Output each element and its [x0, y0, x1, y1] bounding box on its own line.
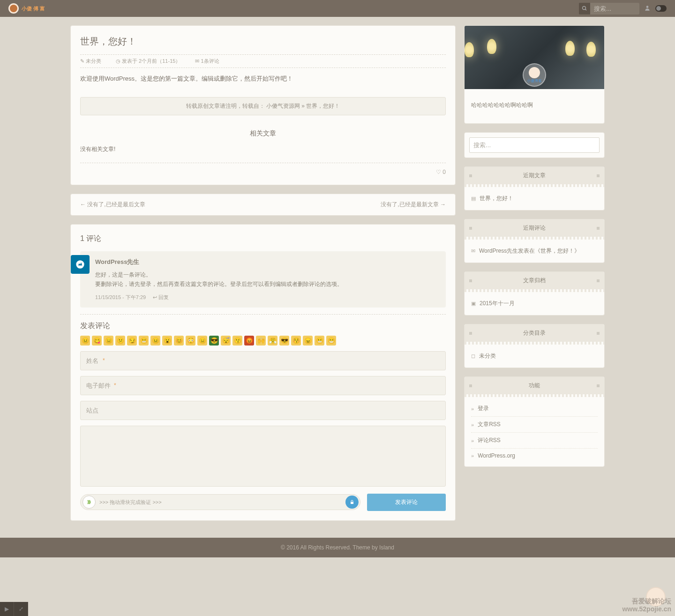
widget-title: 功能	[465, 377, 604, 394]
widget-item[interactable]: »评论RSS	[471, 433, 598, 449]
emoji-btn[interactable]: 😡	[244, 336, 254, 346]
emoji-btn[interactable]: 😚	[291, 336, 301, 346]
archives-widget: 文章归档 ▣ 2015年十一月	[464, 271, 605, 316]
comment-text: 您好，这是一条评论。 要删除评论，请先登录，然后再查看这篇文章的评论。登录后您可…	[95, 270, 439, 289]
emoji-btn[interactable]: 😮	[162, 336, 172, 346]
emoji-btn[interactable]: 😎	[209, 336, 219, 346]
category-icon: ✎	[80, 58, 84, 64]
emoji-btn[interactable]: 😳	[186, 336, 195, 346]
footer-text: © 2016 All Rights Reserved. Theme by Isl…	[281, 544, 394, 551]
comment-textarea[interactable]	[80, 426, 446, 487]
theme-toggle[interactable]	[655, 5, 667, 12]
emoji-btn[interactable]: 😑	[197, 336, 207, 346]
bookmark-icon: ◻	[471, 353, 475, 359]
heart-icon[interactable]: ♡	[436, 169, 441, 175]
email-field[interactable]	[80, 376, 446, 395]
widget-item-text: 未分类	[479, 352, 496, 360]
svg-point-2	[646, 6, 649, 8]
widget-item-text: 登录	[478, 405, 489, 413]
widget-item[interactable]: ▣ 2015年十一月	[471, 296, 598, 311]
comment-line2: 要删除评论，请先登录，然后再查看这篇文章的评论。登录后您可以看到编辑或者删除评论…	[95, 281, 343, 287]
name-field[interactable]	[80, 351, 446, 370]
widget-title: 分类目录	[465, 324, 604, 342]
like-row: ♡ 0	[80, 163, 446, 175]
emoji-btn[interactable]: 😬	[139, 336, 149, 346]
arrow-left-icon: ←	[80, 201, 86, 208]
emoji-btn[interactable]: 😐	[80, 336, 90, 346]
lock-icon	[345, 496, 359, 509]
widget-item[interactable]: ▤ 世界，您好！	[471, 191, 598, 206]
site-field[interactable]	[80, 401, 446, 420]
widget-item-text: 世界，您好！	[480, 195, 513, 203]
svg-line-1	[585, 9, 587, 11]
search-input[interactable]	[590, 3, 639, 15]
profile-logo: 小傻博客	[523, 63, 546, 87]
next-post-text: 没有了,已经是最新文章	[381, 201, 438, 208]
comments-section: 1 评论 WordPress先生 您好，这是一条评论。 要删除评论，请先登录，然…	[70, 224, 456, 521]
clock-icon: ◷	[116, 58, 120, 64]
widget-item[interactable]: ◻ 未分类	[471, 348, 598, 364]
related-heading: 相关文章	[80, 129, 446, 138]
meta-published: 发表于 2个月前（11-15）	[122, 58, 180, 64]
article-card: 世界，您好！ ✎未分类 ◷发表于 2个月前（11-15） ✉1条评论 欢迎使用W…	[70, 25, 456, 185]
emoji-btn[interactable]: 🙌	[256, 336, 266, 346]
widget-item-text: 文章RSS	[478, 421, 501, 428]
prev-post-link[interactable]: ← 没有了,已经是最后文章	[80, 201, 145, 209]
emoji-btn[interactable]: 😴	[221, 336, 231, 346]
arrow-right-icon: →	[440, 201, 446, 208]
chevron-right-icon: »	[471, 422, 474, 428]
emoji-btn[interactable]: 😑	[104, 336, 113, 346]
article-title: 世界，您好！	[80, 35, 446, 48]
sidebar-search-input[interactable]	[469, 137, 600, 153]
widget-item[interactable]: »文章RSS	[471, 417, 598, 433]
submit-button[interactable]: 发表评论	[367, 494, 446, 511]
recent-posts-widget: 近期文章 ▤ 世界，您好！	[464, 166, 605, 210]
widget-item-text: 2015年十一月	[480, 300, 515, 308]
widget-title: 近期文章	[465, 167, 604, 184]
comments-heading: 1 评论	[80, 234, 446, 244]
widget-title: 文章归档	[465, 272, 604, 289]
widget-item[interactable]: ✉ WordPress先生发表在《世界，您好！》	[471, 243, 598, 259]
emoji-btn[interactable]: 😠	[303, 336, 313, 346]
required-mark: *	[114, 382, 116, 389]
reply-text: 回复	[158, 294, 169, 300]
widget-item-text: 评论RSS	[478, 436, 501, 444]
article-content: 欢迎使用WordPress。这是您的第一篇文章。编辑或删除它，然后开始写作吧！	[80, 75, 446, 83]
comment-icon: ✉	[195, 58, 199, 64]
svg-rect-8	[351, 502, 353, 504]
emoji-btn[interactable]: 😐	[150, 336, 160, 346]
document-icon: ▤	[471, 195, 476, 202]
emoji-btn[interactable]: 😊	[174, 336, 184, 346]
meta-category[interactable]: 未分类	[86, 58, 101, 64]
next-post-link[interactable]: 没有了,已经是最新文章 →	[381, 201, 446, 209]
profile-logo-text: 小傻博客	[527, 78, 542, 83]
emoji-btn[interactable]: 😋	[92, 336, 102, 346]
widget-item[interactable]: »WordPress.org	[471, 449, 598, 463]
logo-icon	[8, 3, 19, 14]
top-right-controls	[579, 3, 667, 15]
emoji-btn[interactable]: 😕	[115, 336, 125, 346]
meta-comments[interactable]: 1条评论	[201, 58, 219, 64]
chevron-right-icon: »	[471, 453, 474, 458]
emoji-btn[interactable]: 😁	[326, 336, 336, 346]
comment-author[interactable]: WordPress先生	[95, 258, 439, 266]
article-meta: ✎未分类 ◷发表于 2个月前（11-15） ✉1条评论	[80, 54, 446, 68]
comment-line1: 您好，这是一条评论。	[95, 271, 151, 278]
post-navigation: ← 没有了,已经是最后文章 没有了,已经是最新文章 →	[70, 194, 456, 216]
emoji-btn[interactable]: 😎	[279, 336, 289, 346]
widget-item[interactable]: »登录	[471, 401, 598, 417]
avatar	[71, 255, 90, 274]
slider-handle[interactable]	[82, 496, 96, 509]
widget-title: 近期评论	[465, 219, 604, 237]
emoji-btn[interactable]: 😬	[315, 336, 324, 346]
emoji-btn[interactable]: 😏	[127, 336, 137, 346]
reply-link[interactable]: ↩ 回复	[153, 294, 169, 300]
search-icon[interactable]	[579, 3, 590, 14]
user-icon[interactable]	[644, 5, 651, 13]
site-logo[interactable]: 小傻 傅 富	[8, 3, 45, 14]
emoji-btn[interactable]: 😗	[232, 336, 242, 346]
slider-text: >>> 拖动滑块完成验证 >>>	[99, 499, 162, 506]
emoji-picker: 😐 😋 😑 😕 😏 😬 😐 😮 😊 😳 😑 😎 😴 😗 😡 🙌 😤 😎 😚	[80, 336, 446, 346]
header-search	[579, 3, 639, 15]
emoji-btn[interactable]: 😤	[268, 336, 278, 346]
